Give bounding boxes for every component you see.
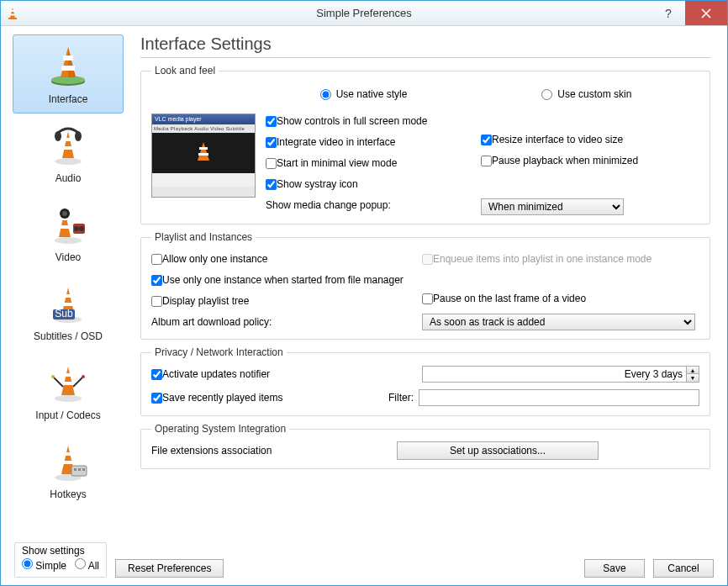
category-sidebar: Interface Audio Video Sub Subtitles / OS… xyxy=(1,26,132,544)
svg-marker-11 xyxy=(62,131,74,158)
sidebar-item-interface[interactable]: Interface xyxy=(13,34,124,114)
setup-associations-button[interactable]: Set up associations... xyxy=(397,441,599,460)
page-title: Interface Settings xyxy=(140,34,710,58)
privacy-group: Privacy / Network Interaction Activate u… xyxy=(140,346,710,416)
svg-point-16 xyxy=(55,237,82,244)
display-tree-checkbox[interactable]: Display playlist tree xyxy=(151,292,422,310)
preview-video xyxy=(152,133,255,173)
svg-rect-8 xyxy=(63,55,73,61)
filter-input[interactable] xyxy=(419,389,699,406)
media-popup-select[interactable]: When minimized xyxy=(481,198,624,215)
video-icon xyxy=(46,202,90,248)
pause-minimized-checkbox[interactable]: Pause playback when minimized xyxy=(481,151,699,170)
interface-icon xyxy=(46,44,90,90)
sidebar-item-label: Interface xyxy=(49,93,88,105)
album-art-label: Album art download policy: xyxy=(151,316,272,328)
svg-rect-12 xyxy=(64,138,72,141)
resize-interface-checkbox[interactable]: Resize interface to video size xyxy=(481,130,699,149)
svg-marker-7 xyxy=(68,47,76,77)
svg-point-36 xyxy=(82,375,85,378)
sidebar-item-label: Hotkeys xyxy=(50,488,86,500)
svg-rect-47 xyxy=(198,153,208,156)
svg-marker-0 xyxy=(10,8,15,18)
subtitles-icon: Sub xyxy=(46,281,90,327)
svg-rect-2 xyxy=(11,10,14,12)
svg-point-23 xyxy=(74,226,79,231)
show-settings-label: Show settings xyxy=(22,545,99,557)
group-legend: Operating System Integration xyxy=(151,423,289,435)
svg-rect-42 xyxy=(74,468,76,471)
svg-point-21 xyxy=(62,211,67,216)
preview-titlebar: VLC media player xyxy=(152,114,255,124)
settings-panel: Interface Settings Look and feel Use nat… xyxy=(132,26,727,544)
fm-instance-checkbox[interactable]: Use only one instance when started from … xyxy=(151,271,422,289)
svg-rect-13 xyxy=(63,146,73,150)
spin-up-icon[interactable]: ▲ xyxy=(687,367,699,374)
updates-notifier-checkbox[interactable]: Activate updates notifier xyxy=(151,365,422,383)
spin-down-icon[interactable]: ▼ xyxy=(687,374,699,382)
show-controls-checkbox[interactable]: Show controls in full screen mode xyxy=(266,112,471,130)
svg-marker-45 xyxy=(198,142,209,161)
preview-controls xyxy=(152,173,255,187)
album-art-select[interactable]: As soon as track is added xyxy=(422,314,695,330)
playlist-group: Playlist and Instances Allow only one in… xyxy=(140,231,710,340)
svg-rect-1 xyxy=(8,18,17,19)
systray-checkbox[interactable]: Show systray icon xyxy=(266,175,471,193)
save-button[interactable]: Save xyxy=(584,559,645,578)
vlc-app-icon xyxy=(6,7,19,20)
preview-menubar: Media Playback Audio Video Subtitle Tool… xyxy=(152,124,255,133)
svg-text:Sub: Sub xyxy=(55,308,73,319)
audio-icon xyxy=(46,123,90,169)
close-icon xyxy=(701,8,711,18)
native-style-radio[interactable]: Use native style xyxy=(320,88,408,100)
sidebar-item-hotkeys[interactable]: Hotkeys xyxy=(13,430,124,509)
filter-label: Filter: xyxy=(388,392,414,404)
one-instance-checkbox[interactable]: Allow only one instance xyxy=(151,250,422,268)
bottom-bar: Show settings Simple All Reset Preferenc… xyxy=(1,544,727,584)
preview-status xyxy=(152,187,255,197)
hotkeys-icon xyxy=(46,439,90,485)
sidebar-item-audio[interactable]: Audio xyxy=(13,114,124,193)
show-settings-group: Show settings Simple All xyxy=(14,542,107,578)
sidebar-item-label: Video xyxy=(55,251,81,263)
reset-preferences-button[interactable]: Reset Preferences xyxy=(115,559,224,578)
sidebar-item-video[interactable]: Video xyxy=(13,193,124,272)
integrate-video-checkbox[interactable]: Integrate video in interface xyxy=(266,133,471,151)
media-popup-label: Show media change popup: xyxy=(266,199,391,211)
sidebar-item-input-codecs[interactable]: Input / Codecs xyxy=(13,351,124,430)
all-radio[interactable]: All xyxy=(75,558,99,572)
svg-rect-43 xyxy=(78,468,81,471)
interface-preview: VLC media player Media Playback Audio Vi… xyxy=(151,114,256,198)
svg-point-14 xyxy=(55,131,61,141)
svg-marker-32 xyxy=(61,367,75,395)
svg-rect-3 xyxy=(10,13,15,15)
look-and-feel-group: Look and feel Use native style Use custo… xyxy=(140,65,710,224)
sidebar-item-subtitles[interactable]: Sub Subtitles / OSD xyxy=(13,272,124,351)
codecs-icon xyxy=(46,360,90,406)
custom-skin-radio[interactable]: Use custom skin xyxy=(541,88,631,100)
svg-rect-46 xyxy=(199,147,208,150)
enqueue-checkbox: Enqueue items into playlist in one insta… xyxy=(422,250,699,268)
svg-rect-9 xyxy=(61,66,75,71)
file-ext-label: File extensions association xyxy=(151,445,397,457)
help-button[interactable]: ? xyxy=(652,1,685,25)
svg-point-31 xyxy=(55,395,82,402)
pause-last-frame-checkbox[interactable]: Pause on the last frame of a video xyxy=(422,289,699,308)
group-legend: Privacy / Network Interaction xyxy=(151,346,287,358)
minimal-view-checkbox[interactable]: Start in minimal view mode xyxy=(266,154,471,172)
cancel-button[interactable]: Cancel xyxy=(653,559,714,578)
simple-radio[interactable]: Simple xyxy=(22,558,66,572)
updates-interval-spinner[interactable]: ▲▼ xyxy=(422,366,699,383)
svg-point-24 xyxy=(79,226,84,231)
sidebar-item-label: Input / Codecs xyxy=(35,409,100,421)
svg-rect-27 xyxy=(64,294,72,298)
close-button[interactable] xyxy=(685,1,727,25)
svg-rect-40 xyxy=(63,461,73,464)
save-recent-checkbox[interactable]: Save recently played items xyxy=(151,388,388,407)
group-legend: Playlist and Instances xyxy=(151,231,256,243)
svg-rect-28 xyxy=(63,303,73,306)
svg-rect-19 xyxy=(60,225,70,229)
os-integration-group: Operating System Integration File extens… xyxy=(140,423,710,469)
svg-rect-44 xyxy=(82,468,85,471)
titlebar: Simple Preferences ? xyxy=(1,1,727,26)
